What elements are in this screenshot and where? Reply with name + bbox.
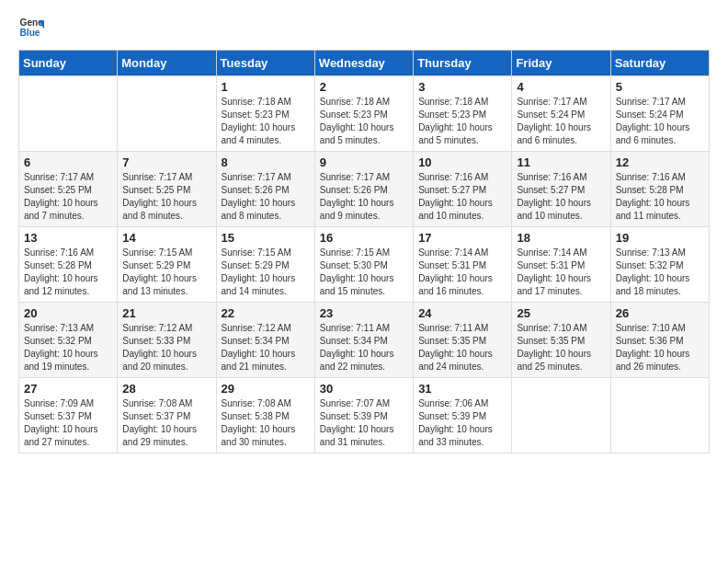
day-info: Sunrise: 7:17 AMSunset: 5:26 PMDaylight:… xyxy=(222,171,310,223)
day-info: Sunrise: 7:17 AMSunset: 5:26 PMDaylight:… xyxy=(320,171,408,223)
day-number: 3 xyxy=(418,80,506,94)
day-number: 25 xyxy=(517,306,605,320)
calendar-week-row: 27Sunrise: 7:09 AMSunset: 5:37 PMDayligh… xyxy=(19,378,710,454)
day-info: Sunrise: 7:15 AMSunset: 5:29 PMDaylight:… xyxy=(222,247,310,298)
day-number: 15 xyxy=(222,231,310,245)
day-info: Sunrise: 7:16 AMSunset: 5:28 PMDaylight:… xyxy=(616,171,704,223)
day-info: Sunrise: 7:12 AMSunset: 5:34 PMDaylight:… xyxy=(222,322,310,373)
day-number: 29 xyxy=(222,382,310,396)
day-info: Sunrise: 7:18 AMSunset: 5:23 PMDaylight:… xyxy=(222,96,310,147)
day-info: Sunrise: 7:10 AMSunset: 5:35 PMDaylight:… xyxy=(517,322,605,373)
day-info: Sunrise: 7:10 AMSunset: 5:36 PMDaylight:… xyxy=(616,322,704,373)
calendar-cell: 6Sunrise: 7:17 AMSunset: 5:25 PMDaylight… xyxy=(19,152,118,227)
day-info: Sunrise: 7:11 AMSunset: 5:35 PMDaylight:… xyxy=(418,322,506,373)
calendar-cell: 17Sunrise: 7:14 AMSunset: 5:31 PMDayligh… xyxy=(414,227,512,303)
logo: General Blue xyxy=(18,15,44,40)
calendar-cell: 23Sunrise: 7:11 AMSunset: 5:34 PMDayligh… xyxy=(314,303,413,378)
calendar-cell: 9Sunrise: 7:17 AMSunset: 5:26 PMDaylight… xyxy=(314,152,413,227)
day-info: Sunrise: 7:11 AMSunset: 5:34 PMDaylight:… xyxy=(320,322,408,373)
calendar-cell: 2Sunrise: 7:18 AMSunset: 5:23 PMDaylight… xyxy=(314,76,413,152)
calendar-cell xyxy=(118,76,216,152)
calendar-cell: 5Sunrise: 7:17 AMSunset: 5:24 PMDaylight… xyxy=(610,76,709,152)
weekday-header-monday: Monday xyxy=(118,51,216,76)
calendar-week-row: 13Sunrise: 7:16 AMSunset: 5:28 PMDayligh… xyxy=(19,227,710,303)
day-info: Sunrise: 7:12 AMSunset: 5:33 PMDaylight:… xyxy=(122,322,210,373)
calendar-cell: 21Sunrise: 7:12 AMSunset: 5:33 PMDayligh… xyxy=(118,303,216,378)
day-number: 14 xyxy=(122,231,210,245)
day-number: 30 xyxy=(320,382,408,396)
calendar-cell: 14Sunrise: 7:15 AMSunset: 5:29 PMDayligh… xyxy=(118,227,216,303)
day-number: 26 xyxy=(616,306,704,320)
day-number: 16 xyxy=(320,231,408,245)
calendar-week-row: 20Sunrise: 7:13 AMSunset: 5:32 PMDayligh… xyxy=(19,303,710,378)
calendar-cell xyxy=(610,378,709,454)
day-info: Sunrise: 7:08 AMSunset: 5:38 PMDaylight:… xyxy=(222,397,310,449)
weekday-header-friday: Friday xyxy=(512,51,610,76)
weekday-header-saturday: Saturday xyxy=(610,51,709,76)
day-info: Sunrise: 7:15 AMSunset: 5:30 PMDaylight:… xyxy=(320,247,408,298)
day-info: Sunrise: 7:16 AMSunset: 5:27 PMDaylight:… xyxy=(517,171,605,223)
calendar-cell: 11Sunrise: 7:16 AMSunset: 5:27 PMDayligh… xyxy=(512,152,610,227)
day-number: 31 xyxy=(418,382,506,396)
calendar-cell: 1Sunrise: 7:18 AMSunset: 5:23 PMDaylight… xyxy=(216,76,314,152)
day-info: Sunrise: 7:07 AMSunset: 5:39 PMDaylight:… xyxy=(320,397,408,449)
day-info: Sunrise: 7:13 AMSunset: 5:32 PMDaylight:… xyxy=(616,247,704,298)
day-number: 24 xyxy=(418,306,506,320)
calendar-cell: 10Sunrise: 7:16 AMSunset: 5:27 PMDayligh… xyxy=(414,152,512,227)
weekday-header-tuesday: Tuesday xyxy=(216,51,314,76)
calendar-cell: 27Sunrise: 7:09 AMSunset: 5:37 PMDayligh… xyxy=(19,378,118,454)
calendar-cell: 24Sunrise: 7:11 AMSunset: 5:35 PMDayligh… xyxy=(414,303,512,378)
calendar-cell: 25Sunrise: 7:10 AMSunset: 5:35 PMDayligh… xyxy=(512,303,610,378)
weekday-header-thursday: Thursday xyxy=(414,51,512,76)
calendar-cell: 13Sunrise: 7:16 AMSunset: 5:28 PMDayligh… xyxy=(19,227,118,303)
day-info: Sunrise: 7:16 AMSunset: 5:27 PMDaylight:… xyxy=(418,171,506,223)
day-number: 12 xyxy=(616,155,704,169)
weekday-header-sunday: Sunday xyxy=(19,51,118,76)
calendar-cell: 29Sunrise: 7:08 AMSunset: 5:38 PMDayligh… xyxy=(216,378,314,454)
calendar-week-row: 6Sunrise: 7:17 AMSunset: 5:25 PMDaylight… xyxy=(19,152,710,227)
day-info: Sunrise: 7:14 AMSunset: 5:31 PMDaylight:… xyxy=(517,247,605,298)
day-number: 6 xyxy=(24,155,112,169)
calendar-cell: 30Sunrise: 7:07 AMSunset: 5:39 PMDayligh… xyxy=(314,378,413,454)
day-number: 4 xyxy=(517,80,605,94)
day-number: 8 xyxy=(222,155,310,169)
day-number: 28 xyxy=(122,382,210,396)
calendar-week-row: 1Sunrise: 7:18 AMSunset: 5:23 PMDaylight… xyxy=(19,76,710,152)
day-number: 10 xyxy=(418,155,506,169)
day-info: Sunrise: 7:06 AMSunset: 5:39 PMDaylight:… xyxy=(418,397,506,449)
calendar-header-row: SundayMondayTuesdayWednesdayThursdayFrid… xyxy=(19,51,710,76)
day-number: 17 xyxy=(418,231,506,245)
day-number: 23 xyxy=(320,306,408,320)
day-info: Sunrise: 7:17 AMSunset: 5:24 PMDaylight:… xyxy=(616,96,704,147)
day-number: 20 xyxy=(24,306,112,320)
day-number: 27 xyxy=(24,382,112,396)
day-info: Sunrise: 7:17 AMSunset: 5:25 PMDaylight:… xyxy=(122,171,210,223)
weekday-header-wednesday: Wednesday xyxy=(314,51,413,76)
day-info: Sunrise: 7:17 AMSunset: 5:25 PMDaylight:… xyxy=(24,171,112,223)
calendar-cell xyxy=(19,76,118,152)
day-number: 19 xyxy=(616,231,704,245)
calendar-cell: 12Sunrise: 7:16 AMSunset: 5:28 PMDayligh… xyxy=(610,152,709,227)
calendar-cell: 20Sunrise: 7:13 AMSunset: 5:32 PMDayligh… xyxy=(19,303,118,378)
day-info: Sunrise: 7:17 AMSunset: 5:24 PMDaylight:… xyxy=(517,96,605,147)
day-info: Sunrise: 7:08 AMSunset: 5:37 PMDaylight:… xyxy=(122,397,210,449)
page-header: General Blue xyxy=(18,15,710,40)
calendar-cell: 28Sunrise: 7:08 AMSunset: 5:37 PMDayligh… xyxy=(118,378,216,454)
calendar-cell: 4Sunrise: 7:17 AMSunset: 5:24 PMDaylight… xyxy=(512,76,610,152)
calendar-cell: 8Sunrise: 7:17 AMSunset: 5:26 PMDaylight… xyxy=(216,152,314,227)
svg-text:Blue: Blue xyxy=(20,28,40,38)
day-info: Sunrise: 7:16 AMSunset: 5:28 PMDaylight:… xyxy=(24,247,112,298)
day-info: Sunrise: 7:14 AMSunset: 5:31 PMDaylight:… xyxy=(418,247,506,298)
calendar-cell xyxy=(512,378,610,454)
day-info: Sunrise: 7:15 AMSunset: 5:29 PMDaylight:… xyxy=(122,247,210,298)
day-number: 11 xyxy=(517,155,605,169)
day-number: 1 xyxy=(222,80,310,94)
calendar-cell: 18Sunrise: 7:14 AMSunset: 5:31 PMDayligh… xyxy=(512,227,610,303)
calendar-cell: 15Sunrise: 7:15 AMSunset: 5:29 PMDayligh… xyxy=(216,227,314,303)
day-info: Sunrise: 7:09 AMSunset: 5:37 PMDaylight:… xyxy=(24,397,112,449)
day-number: 18 xyxy=(517,231,605,245)
logo-icon: General Blue xyxy=(18,15,44,40)
day-number: 5 xyxy=(616,80,704,94)
day-number: 7 xyxy=(122,155,210,169)
calendar-table: SundayMondayTuesdayWednesdayThursdayFrid… xyxy=(18,50,710,454)
